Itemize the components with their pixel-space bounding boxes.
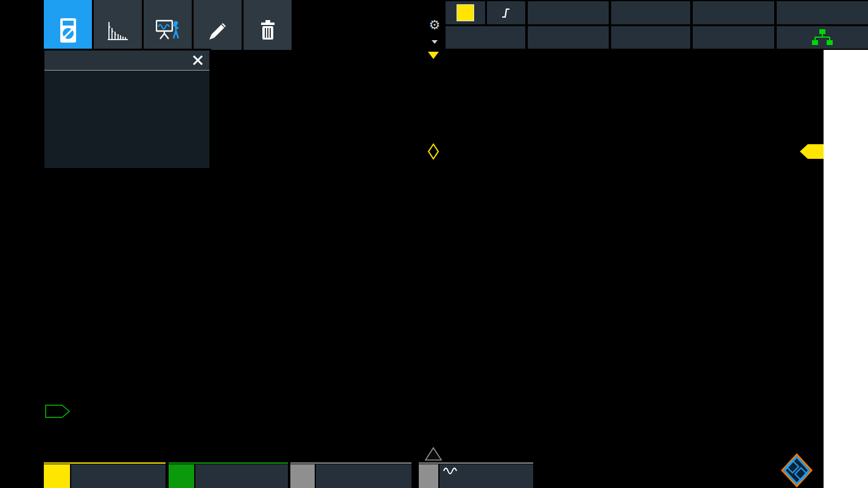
horizontal-position-cell[interactable] <box>611 26 690 49</box>
meter-dialog-titlebar[interactable] <box>44 51 209 70</box>
trigger-time-marker[interactable] <box>425 448 441 460</box>
trigger-level-flag[interactable] <box>800 144 824 159</box>
trigger-mode-cell[interactable] <box>528 1 609 24</box>
lan-icon <box>812 29 833 46</box>
multimeter-icon <box>60 17 77 44</box>
sample-rate-cell[interactable] <box>528 26 609 49</box>
annotation-button[interactable] <box>194 0 242 50</box>
fft-button[interactable] <box>94 0 142 50</box>
settings-expand-arrow-icon[interactable] <box>432 40 438 44</box>
trigger-slope-cell[interactable] <box>487 1 525 24</box>
meter-dialog <box>43 49 211 171</box>
presentation-icon <box>156 17 180 44</box>
rohde-schwarz-logo <box>781 453 813 488</box>
network-status-cell[interactable] <box>777 26 868 49</box>
meter-dialog-body <box>44 70 209 168</box>
acquisition-state-cell[interactable] <box>693 1 774 24</box>
trigger-point-diamond[interactable] <box>429 144 438 159</box>
datetime-cell[interactable] <box>777 1 868 24</box>
trigger-source-cell[interactable] <box>446 1 485 24</box>
timebase-cell[interactable] <box>611 1 690 24</box>
top-toolbar: ⚙ <box>0 0 868 50</box>
rising-edge-icon <box>500 7 513 19</box>
trash-icon <box>259 17 277 44</box>
trigger-position-marker[interactable] <box>428 52 439 59</box>
trigger-level-cell[interactable] <box>446 26 525 49</box>
c2-position-flag[interactable] <box>46 405 69 417</box>
pencil-icon <box>208 17 228 44</box>
settings-gear-icon[interactable]: ⚙ <box>426 18 443 31</box>
screen-right-margin <box>824 50 868 488</box>
demo-button[interactable] <box>144 0 192 50</box>
trigger-source-badge <box>457 4 474 21</box>
meter-button[interactable] <box>44 0 92 50</box>
delete-button[interactable] <box>243 0 292 50</box>
acquisition-mode-cell[interactable] <box>693 26 774 49</box>
spectrum-icon <box>108 17 128 44</box>
close-icon[interactable] <box>192 55 203 66</box>
